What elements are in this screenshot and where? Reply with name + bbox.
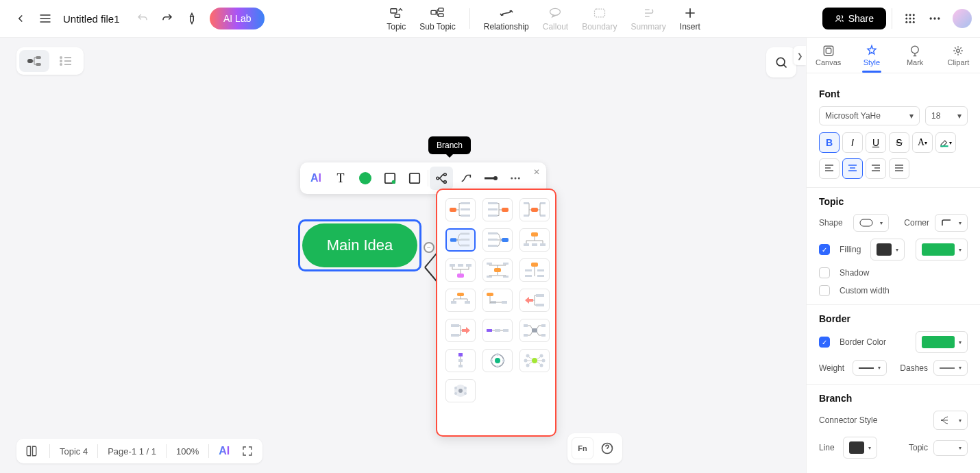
layout-opt-7[interactable] [445, 258, 476, 282]
shadow-checkbox[interactable] [819, 267, 830, 278]
tb-relationship[interactable]: Relationship [478, 3, 535, 34]
fill-accent-select[interactable]: ▾ [916, 239, 968, 260]
avatar[interactable] [953, 9, 972, 28]
page-info: Page-1 1 / 1 [108, 446, 156, 457]
search-button[interactable] [766, 47, 796, 77]
tab-clipart[interactable]: Clipart [937, 38, 980, 73]
border-color-checkbox[interactable]: ✓ [819, 337, 830, 348]
ai-lab-button[interactable]: AI Lab [210, 8, 265, 29]
dashes-select[interactable]: ▾ [933, 360, 968, 376]
share-button[interactable]: Share [822, 8, 886, 29]
fullscreen-button[interactable] [239, 443, 256, 459]
fn-button[interactable]: Fn [572, 437, 593, 459]
collapse-sidepanel[interactable]: ❯ [794, 46, 806, 65]
fullscreen-icon [242, 446, 253, 457]
branch-topic-select[interactable]: ▾ [933, 440, 968, 456]
layout-opt-19[interactable] [445, 379, 476, 402]
tb-insert[interactable]: Insert [674, 3, 706, 34]
nt-close[interactable]: ✕ [531, 167, 542, 178]
layout-opt-4[interactable] [445, 228, 476, 252]
undo-button[interactable] [130, 6, 155, 31]
layout-opt-12[interactable] [519, 289, 550, 312]
layout-opt-2[interactable] [482, 198, 513, 221]
filling-checkbox[interactable]: ✓ [819, 244, 830, 255]
align-justify-button[interactable] [889, 158, 909, 179]
font-size-select[interactable]: 18▾ [925, 106, 968, 125]
redo-button[interactable] [155, 6, 180, 31]
file-title-input[interactable] [63, 13, 125, 25]
zoom-level[interactable]: 100% [176, 446, 199, 457]
format-painter-button[interactable] [180, 6, 204, 31]
mindmap-view-button[interactable] [19, 50, 49, 72]
tab-mark[interactable]: Mark [894, 38, 937, 73]
tab-canvas[interactable]: Canvas [807, 38, 850, 73]
layout-opt-11[interactable] [482, 289, 513, 312]
highlight-button[interactable]: ▾ [935, 132, 956, 153]
layout-opt-1[interactable] [445, 198, 476, 221]
layout-opt-3[interactable] [519, 198, 550, 221]
canvas-area[interactable]: Main Idea − AI T ✕ Branch [0, 38, 806, 473]
layout-opt-10[interactable] [445, 289, 476, 312]
nt-more[interactable] [504, 167, 527, 190]
strike-button[interactable]: S [889, 132, 909, 153]
nt-connector[interactable] [454, 167, 478, 190]
underline-button[interactable]: U [866, 132, 886, 153]
layout-opt-15[interactable] [519, 319, 550, 342]
tb-boundary[interactable]: Boundary [576, 3, 622, 34]
line-color-select[interactable]: ▾ [843, 437, 877, 459]
nt-text[interactable]: T [329, 167, 352, 190]
pages-button[interactable] [23, 443, 40, 459]
tb-subtopic[interactable]: Sub Topic [414, 3, 461, 34]
nt-ai[interactable]: AI [304, 167, 328, 190]
nt-line[interactable] [479, 167, 502, 190]
tb-callout[interactable]: Callout [537, 3, 574, 34]
apps-button[interactable] [898, 6, 922, 31]
svg-rect-68 [466, 264, 471, 267]
font-color-button[interactable]: A▾ [912, 132, 933, 153]
align-left-button[interactable] [819, 158, 840, 179]
svg-rect-45 [488, 202, 498, 204]
more-button[interactable] [922, 6, 947, 31]
corner-select[interactable]: ▾ [935, 214, 968, 232]
layout-opt-8[interactable] [482, 258, 513, 282]
collapse-handle[interactable]: − [424, 242, 434, 253]
fill-color-select[interactable]: ▾ [870, 239, 905, 260]
nt-border[interactable] [378, 167, 402, 190]
layout-opt-9[interactable] [519, 258, 550, 282]
shape-select[interactable]: ▾ [853, 214, 889, 232]
custom-width-checkbox[interactable] [819, 285, 830, 296]
layout-opt-16[interactable] [445, 349, 476, 372]
font-family-select[interactable]: Microsoft YaHe▾ [819, 106, 920, 125]
ai-button[interactable]: AI [219, 445, 230, 457]
tab-style[interactable]: Style [850, 38, 893, 73]
layout-opt-5[interactable] [482, 228, 513, 252]
svg-point-9 [909, 14, 911, 16]
back-button[interactable] [8, 6, 33, 31]
align-center-button[interactable] [842, 158, 863, 179]
nt-shape[interactable] [403, 167, 426, 190]
menu-button[interactable] [33, 6, 58, 31]
help-button[interactable] [596, 437, 618, 459]
layout-opt-17[interactable] [482, 349, 513, 372]
nt-branch[interactable] [430, 167, 453, 190]
bold-button[interactable]: B [819, 132, 840, 153]
connector-select[interactable]: ▾ [933, 411, 968, 430]
svg-point-117 [454, 392, 457, 395]
help-icon [600, 441, 614, 455]
chevron-down-icon: ▾ [880, 220, 883, 226]
tb-topic[interactable]: Topic [381, 3, 411, 34]
nt-fill[interactable] [354, 167, 377, 190]
main-idea-node[interactable]: Main Idea [298, 219, 421, 271]
tb-summary[interactable]: Summary [626, 3, 672, 34]
layout-opt-13[interactable] [445, 319, 476, 342]
align-right-button[interactable] [866, 158, 886, 179]
outline-view-button[interactable] [51, 50, 81, 72]
svg-rect-87 [451, 324, 459, 327]
svg-rect-86 [536, 304, 544, 306]
italic-button[interactable]: I [842, 132, 863, 153]
layout-opt-18[interactable] [519, 349, 550, 372]
border-color-select[interactable]: ▾ [916, 331, 968, 353]
layout-opt-6[interactable] [519, 228, 550, 252]
layout-opt-14[interactable] [482, 319, 513, 342]
weight-select[interactable]: ▾ [853, 360, 887, 376]
